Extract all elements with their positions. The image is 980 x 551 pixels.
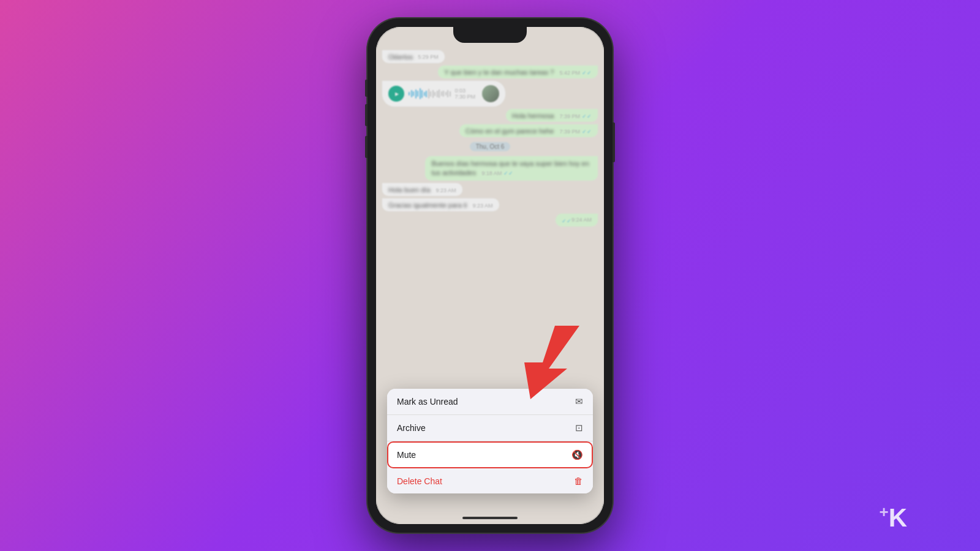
menu-label-mark-unread: Mark as Unread: [397, 397, 458, 407]
background: +K Oiiiertos 5:29 PM: [0, 0, 980, 551]
archive-icon: ⊡: [575, 422, 583, 433]
menu-label-archive: Archive: [397, 423, 426, 433]
context-menu: Mark as Unread ✉ Archive ⊡ Mute 🔇 Delete…: [387, 389, 593, 493]
mark-unread-icon: ✉: [575, 396, 583, 407]
delete-icon: 🗑: [574, 476, 583, 486]
menu-item-archive[interactable]: Archive ⊡: [387, 415, 593, 441]
watermark-plus: +: [879, 503, 888, 521]
notch: [453, 27, 527, 43]
silent-switch: [365, 80, 368, 97]
volume-down-button: [365, 136, 368, 158]
menu-item-mute[interactable]: Mute 🔇: [387, 441, 593, 468]
menu-item-mark-unread[interactable]: Mark as Unread ✉: [387, 389, 593, 415]
watermark-letter: K: [889, 503, 907, 532]
home-indicator: [462, 517, 518, 519]
watermark: +K: [879, 503, 907, 533]
volume-up-button: [365, 104, 368, 126]
mute-icon: 🔇: [571, 449, 583, 460]
menu-label-delete: Delete Chat: [397, 476, 442, 486]
menu-item-delete[interactable]: Delete Chat 🗑: [387, 468, 593, 493]
power-button: [612, 122, 615, 162]
menu-label-mute: Mute: [397, 450, 416, 460]
phone-wrapper: Oiiiertos 5:29 PM Y que bien y te dan mu…: [368, 18, 612, 533]
phone-screen: Oiiiertos 5:29 PM Y que bien y te dan mu…: [376, 27, 604, 524]
